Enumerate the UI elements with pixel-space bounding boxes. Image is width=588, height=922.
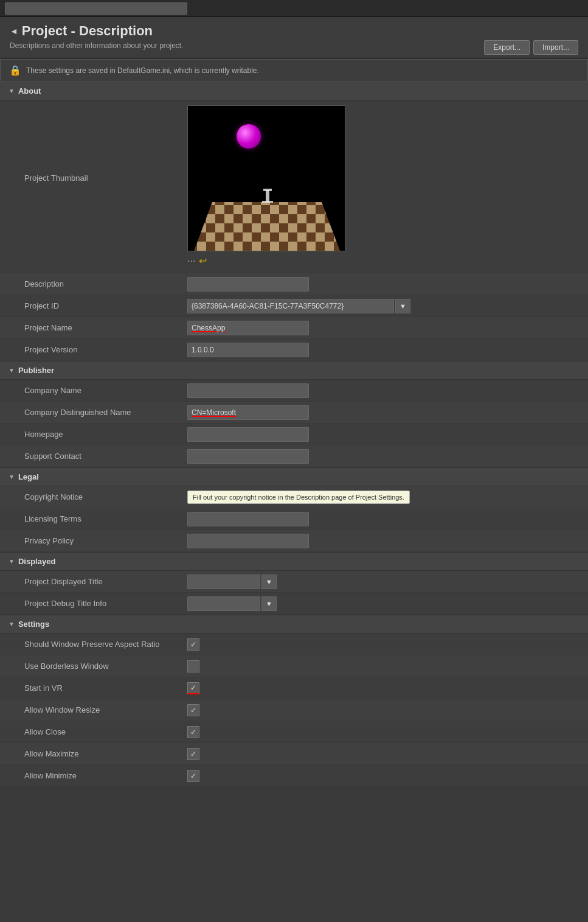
displayed-title-input[interactable] bbox=[187, 575, 260, 589]
allow-maximize-checkbox-wrapper[interactable]: ✓ bbox=[187, 748, 199, 760]
privacy-value bbox=[182, 531, 588, 551]
project-id-dropdown-button[interactable]: ▼ bbox=[395, 299, 410, 313]
copyright-row: Copyright Notice Fill out your copyright… bbox=[0, 486, 588, 508]
project-version-input[interactable] bbox=[187, 343, 309, 357]
project-name-label: Project Name bbox=[0, 320, 182, 336]
project-name-row: Project Name bbox=[0, 317, 588, 339]
title-arrow-icon: ◄ bbox=[10, 26, 18, 36]
allow-close-row: Allow Close ✓ bbox=[0, 721, 588, 743]
allow-minimize-checkbox-wrapper[interactable]: ✓ bbox=[187, 770, 199, 782]
aspect-ratio-checkbox-wrapper[interactable]: ✓ bbox=[187, 638, 199, 651]
borderless-checkbox-wrapper[interactable] bbox=[187, 660, 199, 672]
displayed-title-dropdown[interactable]: ▼ bbox=[261, 575, 277, 589]
allow-close-label: Allow Close bbox=[0, 724, 182, 740]
allow-resize-checkbox-wrapper[interactable]: ✓ bbox=[187, 704, 199, 716]
licensing-value bbox=[182, 509, 588, 529]
search-input[interactable] bbox=[5, 2, 187, 15]
notice-text: These settings are saved in DefaultGame.… bbox=[26, 66, 259, 75]
homepage-row: Homepage bbox=[0, 424, 588, 445]
start-vr-label: Start in VR bbox=[0, 680, 182, 696]
displayed-title-label: Project Displayed Title bbox=[0, 573, 182, 590]
section-legal[interactable]: ▼ Legal bbox=[0, 467, 588, 486]
about-arrow-icon: ▼ bbox=[9, 88, 15, 94]
page-title: ◄ Project - Description bbox=[10, 23, 578, 39]
copyright-label: Copyright Notice bbox=[0, 489, 182, 505]
allow-resize-value: ✓ bbox=[182, 702, 588, 719]
company-distinguished-value bbox=[182, 403, 588, 422]
export-button[interactable]: Export... bbox=[484, 40, 530, 55]
company-name-value bbox=[182, 381, 588, 400]
publisher-arrow-icon: ▼ bbox=[9, 367, 15, 374]
company-name-label: Company Name bbox=[0, 382, 182, 399]
thumbnail-value: ··· ↩ bbox=[182, 100, 588, 273]
borderless-row: Use Borderless Window bbox=[0, 655, 588, 677]
page-wrapper: ◄ Project - Description Descriptions and… bbox=[0, 0, 588, 787]
company-distinguished-row: Company Distinguished Name bbox=[0, 402, 588, 424]
allow-maximize-label: Allow Maximize bbox=[0, 746, 182, 762]
licensing-label: Licensing Terms bbox=[0, 511, 182, 527]
displayed-title-value: ▼ bbox=[182, 572, 588, 592]
section-about[interactable]: ▼ About bbox=[0, 82, 588, 100]
thumbnail-row: Project Thumbnail bbox=[0, 100, 588, 273]
lock-icon: 🔒 bbox=[9, 65, 21, 76]
settings-label: Settings bbox=[18, 620, 49, 629]
homepage-label: Homepage bbox=[0, 426, 182, 442]
displayed-arrow-icon: ▼ bbox=[9, 558, 15, 565]
debug-title-value: ▼ bbox=[182, 594, 588, 613]
description-value bbox=[182, 274, 588, 294]
refresh-icon[interactable]: ↩ bbox=[199, 255, 207, 267]
chess-scene bbox=[188, 106, 345, 251]
import-button[interactable]: Import... bbox=[533, 40, 578, 55]
thumbnail-image bbox=[187, 105, 345, 251]
allow-close-checkbox-wrapper[interactable]: ✓ bbox=[187, 726, 199, 738]
svg-marker-4 bbox=[194, 202, 340, 251]
thumbnail-label: Project Thumbnail bbox=[0, 100, 182, 186]
borderless-label: Use Borderless Window bbox=[0, 658, 182, 674]
privacy-label: Privacy Policy bbox=[0, 533, 182, 549]
company-distinguished-input[interactable] bbox=[187, 405, 309, 420]
project-version-row: Project Version bbox=[0, 339, 588, 361]
aspect-ratio-value: ✓ bbox=[182, 636, 588, 653]
licensing-input[interactable] bbox=[187, 512, 309, 526]
settings-arrow-icon: ▼ bbox=[9, 621, 15, 627]
borderless-value bbox=[182, 658, 588, 675]
start-vr-checkbox-wrapper[interactable]: ✓ bbox=[187, 682, 199, 694]
description-input[interactable] bbox=[187, 277, 309, 292]
allow-minimize-row: Allow Minimize ✓ bbox=[0, 765, 588, 787]
section-settings[interactable]: ▼ Settings bbox=[0, 615, 588, 634]
displayed-title-input-group: ▼ bbox=[187, 575, 277, 589]
section-displayed[interactable]: ▼ Displayed bbox=[0, 552, 588, 571]
publisher-label: Publisher bbox=[18, 366, 54, 375]
start-vr-checkmark: ✓ bbox=[190, 683, 196, 692]
start-vr-row: Start in VR ✓ bbox=[0, 677, 588, 699]
company-name-row: Company Name bbox=[0, 380, 588, 402]
project-id-input-group: ▼ bbox=[187, 299, 410, 313]
dots-menu-icon[interactable]: ··· bbox=[187, 256, 195, 267]
project-name-input[interactable] bbox=[187, 321, 309, 335]
section-publisher[interactable]: ▼ Publisher bbox=[0, 361, 588, 380]
svg-rect-6 bbox=[263, 189, 272, 191]
allow-minimize-checkmark: ✓ bbox=[190, 772, 196, 780]
debug-title-input[interactable] bbox=[187, 596, 260, 611]
homepage-value bbox=[182, 425, 588, 444]
company-name-input[interactable] bbox=[187, 383, 309, 398]
page-title-text: Project - Description bbox=[22, 23, 153, 39]
support-contact-input[interactable] bbox=[187, 449, 309, 464]
privacy-row: Privacy Policy bbox=[0, 530, 588, 552]
svg-rect-7 bbox=[262, 201, 273, 203]
debug-title-label: Project Debug Title Info bbox=[0, 595, 182, 612]
debug-title-row: Project Debug Title Info ▼ bbox=[0, 593, 588, 615]
debug-title-input-group: ▼ bbox=[187, 596, 277, 611]
project-version-label: Project Version bbox=[0, 341, 182, 358]
allow-minimize-value: ✓ bbox=[182, 767, 588, 784]
project-name-value bbox=[182, 318, 588, 338]
copyright-tooltip: Fill out your copyright notice in the De… bbox=[187, 491, 410, 504]
svg-rect-5 bbox=[266, 190, 269, 202]
privacy-input[interactable] bbox=[187, 534, 309, 548]
project-id-input[interactable] bbox=[187, 299, 394, 313]
allow-close-value: ✓ bbox=[182, 724, 588, 741]
allow-maximize-checkmark: ✓ bbox=[190, 750, 196, 758]
debug-title-dropdown[interactable]: ▼ bbox=[261, 596, 277, 611]
homepage-input[interactable] bbox=[187, 427, 309, 442]
description-row: Description bbox=[0, 273, 588, 295]
